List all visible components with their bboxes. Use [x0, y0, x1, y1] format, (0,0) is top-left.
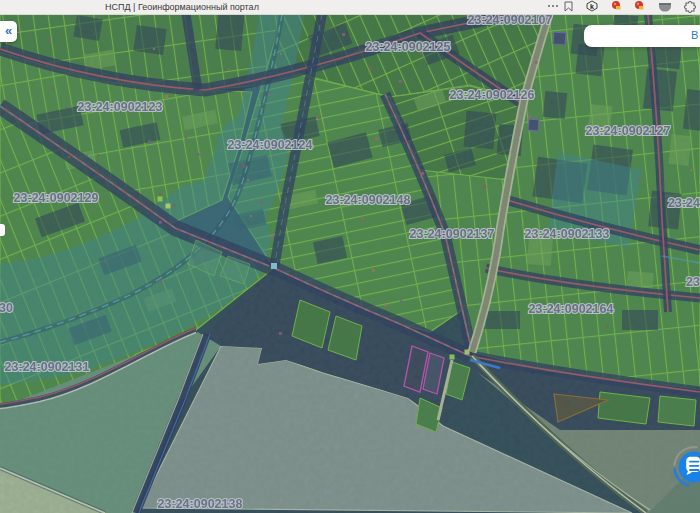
svg-text:k: k	[590, 3, 594, 10]
